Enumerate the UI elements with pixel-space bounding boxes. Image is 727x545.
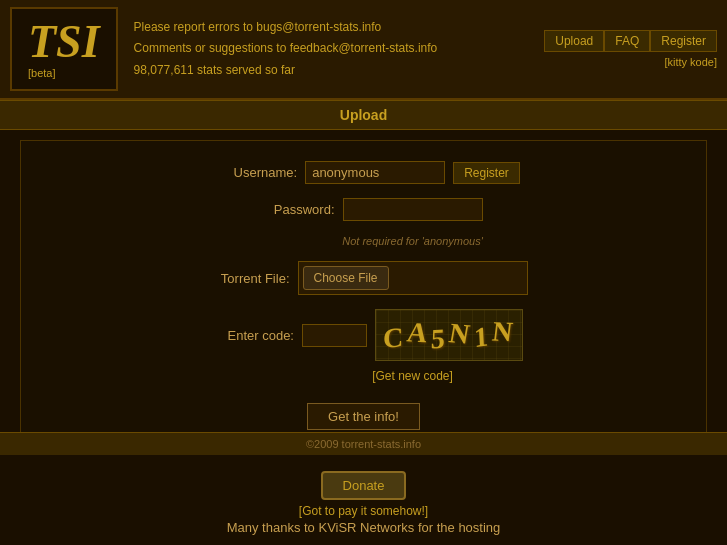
captcha-char-6: N [490, 316, 518, 349]
captcha-label: Enter code: [204, 328, 294, 343]
donate-button[interactable]: Donate [321, 471, 407, 500]
nav-buttons: Upload FAQ Register [544, 30, 717, 52]
register-nav-button[interactable]: Register [650, 30, 717, 52]
page-title-bar: Upload [0, 100, 727, 130]
upload-form: Username: Register Password: Not require… [31, 161, 696, 430]
choose-file-button[interactable]: Choose File [303, 266, 389, 290]
upload-nav-button[interactable]: Upload [544, 30, 604, 52]
captcha-char-3: 5 [430, 323, 449, 356]
beta-label: [beta] [28, 67, 100, 79]
file-input-wrapper: Choose File [298, 261, 528, 295]
report-errors-line: Please report errors to bugs@torrent-sta… [134, 17, 545, 39]
page-title: Upload [340, 107, 387, 123]
suggestions-label: Comments or suggestions to [134, 41, 287, 55]
captcha-char-4: N [447, 317, 477, 351]
thanks-text: Many thanks to KViSR Networks for the ho… [10, 520, 717, 535]
torrent-file-row: Torrent File: Choose File [200, 261, 528, 295]
kitty-kode-link[interactable]: [kitty kode] [664, 56, 717, 68]
header-nav: Upload FAQ Register [kitty kode] [544, 30, 717, 68]
faq-nav-button[interactable]: FAQ [604, 30, 650, 52]
captcha-row: Enter code: CA5N1N [204, 309, 523, 361]
suggestions-email: feedback@torrent-stats.info [290, 41, 438, 55]
get-new-code-link[interactable]: [Get new code] [372, 369, 453, 383]
password-label: Password: [245, 202, 335, 217]
report-label: Please report errors to [134, 20, 253, 34]
logo-box: TSI [beta] [10, 7, 118, 91]
stats-count: 98,077,611 stats served so far [134, 60, 545, 82]
suggestions-line: Comments or suggestions to feedback@torr… [134, 38, 545, 60]
main-content: Username: Register Password: Not require… [20, 140, 707, 451]
footer-bar: ©2009 torrent-stats.info [0, 432, 727, 455]
register-form-button[interactable]: Register [453, 162, 520, 184]
username-row: Username: Register [207, 161, 520, 184]
got-to-pay-link[interactable]: [Got to pay it somehow!] [10, 504, 717, 518]
password-hint: Not required for 'anonymous' [342, 235, 483, 247]
report-email: bugs@torrent-stats.info [256, 20, 381, 34]
donate-section: Donate [Got to pay it somehow!] Many tha… [0, 461, 727, 545]
password-input[interactable] [343, 198, 483, 221]
captcha-image: CA5N1N [375, 309, 523, 361]
captcha-char-2: A [405, 316, 434, 349]
captcha-char-5: 1 [472, 320, 492, 354]
username-label: Username: [207, 165, 297, 180]
logo: TSI [28, 19, 100, 65]
captcha-input[interactable] [302, 324, 367, 347]
copyright: ©2009 torrent-stats.info [306, 438, 421, 450]
torrent-file-label: Torrent File: [200, 271, 290, 286]
header-info: Please report errors to bugs@torrent-sta… [134, 17, 545, 82]
submit-button[interactable]: Get the info! [307, 403, 420, 430]
captcha-display: CA5N1N [381, 319, 517, 351]
header: TSI [beta] Please report errors to bugs@… [0, 0, 727, 100]
captcha-char-1: C [382, 321, 406, 355]
username-input[interactable] [305, 161, 445, 184]
password-row: Password: [245, 198, 483, 221]
